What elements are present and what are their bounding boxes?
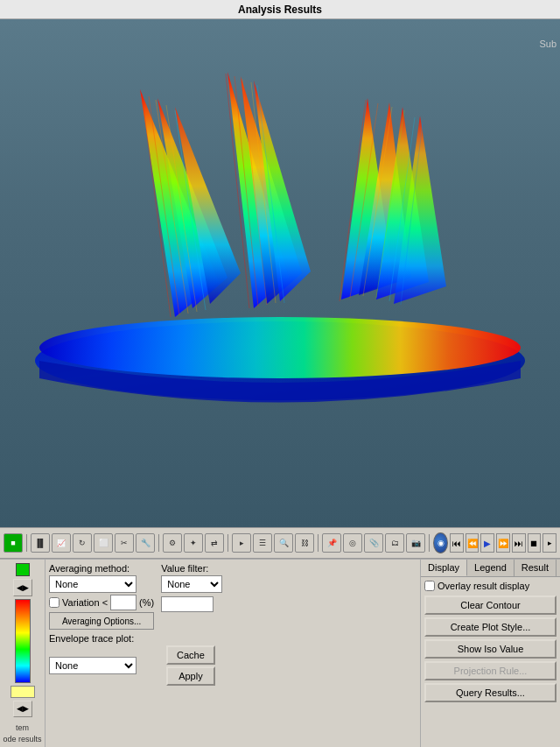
toolbar-btn-gear[interactable]: ⚙ bbox=[163, 533, 182, 553]
item-label: tem bbox=[16, 723, 29, 732]
variation-label: Variation < bbox=[62, 597, 108, 608]
toolbar-sep-5 bbox=[429, 534, 430, 552]
toolbar-sep-4 bbox=[318, 534, 318, 552]
toolbar-btn-barchart[interactable]: ▐▌ bbox=[31, 533, 50, 553]
toolbar-btn-list[interactable]: ☰ bbox=[253, 533, 272, 553]
create-plot-style-button[interactable]: Create Plot Style... bbox=[424, 617, 556, 637]
strip-nav-btn[interactable]: ◀▶ bbox=[13, 579, 32, 595]
apply-button[interactable]: Apply bbox=[166, 666, 215, 686]
tab-result[interactable]: Result bbox=[514, 560, 556, 576]
tab-content: Overlay result display Clear Contour Cre… bbox=[421, 577, 560, 747]
toolbar-sep-3 bbox=[228, 534, 228, 552]
averaging-group: Averaging method: None Element Node Vari… bbox=[49, 563, 154, 630]
toolbar-btn-zoom[interactable]: 🔍 bbox=[274, 533, 293, 553]
overlay-row: Overlay result display bbox=[424, 581, 556, 591]
toolbar-btn-cursor[interactable]: ▸ bbox=[232, 533, 251, 553]
toolbar-btn-box[interactable]: ⬜ bbox=[94, 533, 113, 553]
cache-button[interactable]: Cache bbox=[166, 645, 215, 665]
clear-contour-button[interactable]: Clear Contour bbox=[424, 595, 556, 615]
show-iso-value-button[interactable]: Show Iso Value bbox=[424, 639, 556, 659]
variation-unit: (%) bbox=[139, 597, 154, 608]
toolbar-btn-target[interactable]: ◎ bbox=[343, 533, 362, 553]
toolbar-btn-forward[interactable]: ⏩ bbox=[496, 533, 510, 553]
envelope-dropdown[interactable]: None Max Min bbox=[49, 657, 136, 674]
averaging-dropdown[interactable]: None Element Node bbox=[49, 575, 136, 593]
averaging-options-button[interactable]: Averaging Options... bbox=[49, 612, 154, 630]
value-filter-label: Value filter: bbox=[161, 563, 222, 574]
toolbar-btn-cut[interactable]: ✂ bbox=[115, 533, 134, 553]
3d-visualization bbox=[0, 19, 560, 527]
toolbar-btn-wrench[interactable]: 🔧 bbox=[136, 533, 155, 553]
toolbar-btn-more[interactable]: ▸ bbox=[542, 533, 556, 553]
toolbar-btn-rewind[interactable]: ⏪ bbox=[466, 533, 480, 553]
value-filter-group: Value filter: None Above Below bbox=[161, 563, 222, 612]
toolbar-btn-folder[interactable]: 🗂 bbox=[385, 533, 404, 553]
right-panel: Display Legend Result Overlay result dis… bbox=[420, 560, 560, 747]
toolbar-nav-circle[interactable]: ◉ bbox=[433, 532, 448, 553]
averaging-row: Averaging method: None Element Node Vari… bbox=[49, 563, 416, 630]
bottom-panel: ◀▶ ◀▶ tem ode results Averaging method: … bbox=[0, 559, 560, 747]
toolbar-btn-stop[interactable]: ⏹ bbox=[528, 533, 542, 553]
toolbar-btn-rotate[interactable]: ↻ bbox=[73, 533, 92, 553]
tab-bar: Display Legend Result bbox=[421, 560, 560, 577]
viewport-3d[interactable]: Sub bbox=[0, 19, 560, 527]
envelope-row: Envelope trace plot: None Max Min Cache … bbox=[49, 633, 416, 686]
window-title: Analysis Results bbox=[238, 4, 322, 16]
toolbar-btn-play[interactable]: ▶ bbox=[480, 533, 494, 553]
left-strip: ◀▶ ◀▶ tem ode results bbox=[0, 560, 46, 747]
toolbar-btn-link[interactable]: ⛓ bbox=[295, 533, 314, 553]
green-indicator bbox=[16, 563, 30, 576]
result-label: ode results bbox=[3, 735, 41, 743]
strip-side-btn[interactable]: ◀▶ bbox=[13, 701, 32, 717]
toolbar: ■ ▐▌ 📈 ↻ ⬜ ✂ 🔧 ⚙ ✦ ⇄ ▸ ☰ 🔍 ⛓ 📌 ◎ 📎 🗂 📷 ◉… bbox=[0, 527, 560, 559]
envelope-group: Envelope trace plot: None Max Min Cache … bbox=[49, 633, 215, 686]
toolbar-btn-prev[interactable]: ⏮ bbox=[450, 533, 464, 553]
toolbar-btn-camera[interactable]: 📷 bbox=[406, 533, 425, 553]
yellow-indicator bbox=[10, 686, 35, 698]
variation-checkbox[interactable] bbox=[49, 597, 60, 608]
projection-rule-button[interactable]: Projection Rule... bbox=[424, 661, 556, 680]
tab-legend[interactable]: Legend bbox=[467, 560, 514, 576]
toolbar-btn-linechart[interactable]: 📈 bbox=[52, 533, 71, 553]
svg-point-1 bbox=[39, 317, 521, 378]
envelope-label: Envelope trace plot: bbox=[49, 633, 215, 644]
averaging-label: Averaging method: bbox=[49, 563, 154, 574]
title-bar: Analysis Results bbox=[0, 0, 560, 19]
query-results-button[interactable]: Query Results... bbox=[424, 683, 556, 702]
bottom-main: Averaging method: None Element Node Vari… bbox=[46, 560, 420, 747]
toolbar-sep-2 bbox=[158, 534, 159, 552]
variation-row: Variation < 10 (%) bbox=[49, 595, 154, 610]
toolbar-sep-1 bbox=[26, 534, 27, 552]
value-filter-dropdown[interactable]: None Above Below bbox=[161, 575, 222, 593]
toolbar-btn-star[interactable]: ✦ bbox=[184, 533, 203, 553]
colorbar bbox=[15, 599, 31, 683]
variation-input[interactable]: 10 bbox=[110, 595, 136, 610]
toolbar-btn-next[interactable]: ⏭ bbox=[512, 533, 526, 553]
toolbar-btn-arrows[interactable]: ⇄ bbox=[205, 533, 224, 553]
tab-display[interactable]: Display bbox=[421, 560, 467, 576]
overlay-checkbox[interactable] bbox=[424, 581, 435, 591]
toolbar-btn-green[interactable]: ■ bbox=[4, 533, 23, 553]
toolbar-btn-clip[interactable]: 📎 bbox=[364, 533, 383, 553]
overlay-label: Overlay result display bbox=[438, 581, 529, 591]
toolbar-btn-pin[interactable]: 📌 bbox=[322, 533, 341, 553]
value-filter-input[interactable] bbox=[161, 596, 214, 612]
